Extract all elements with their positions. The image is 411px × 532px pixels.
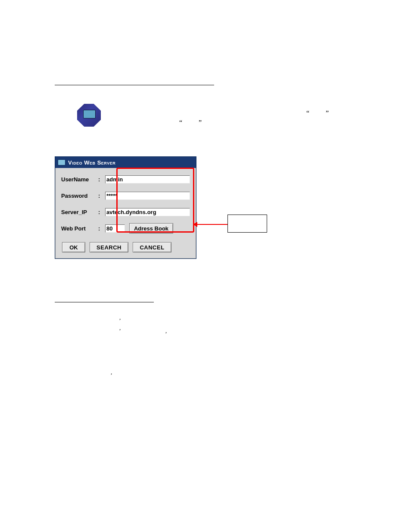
video-web-server-dialog: Video Web Server UserName : Password : S…	[55, 156, 196, 259]
webport-label: Web Port	[61, 225, 98, 232]
apostrophe-2: ,	[119, 324, 121, 331]
titlebar-icon	[58, 159, 65, 165]
password-input[interactable]	[105, 192, 190, 200]
username-label: UserName	[61, 176, 98, 183]
quote-close-1: ”	[326, 109, 329, 117]
section-rule-mid	[55, 302, 154, 302]
quote-open-1: “	[306, 109, 309, 117]
colon: :	[98, 193, 105, 199]
app-icon	[77, 104, 101, 127]
octagon-shape	[77, 104, 101, 127]
address-book-button[interactable]: Adress Book	[129, 223, 173, 233]
search-button[interactable]: SEARCH	[90, 242, 128, 252]
ok-button[interactable]: OK	[62, 242, 85, 252]
apostrophe-3: ,	[165, 327, 167, 334]
colon: :	[98, 225, 105, 232]
hostname-callout	[227, 215, 267, 233]
quote-close-2: ”	[199, 119, 202, 127]
password-label: Password	[61, 193, 98, 199]
button-row: OK SEARCH CANCEL	[61, 240, 190, 254]
colon: :	[98, 176, 105, 183]
row-serverip: Server_IP :	[61, 207, 190, 217]
apostrophe-1: ,	[119, 314, 121, 321]
dialog-body: UserName : Password : Server_IP : Web Po…	[55, 168, 196, 258]
section-rule-top	[55, 85, 214, 85]
webport-input[interactable]	[105, 224, 125, 233]
cancel-button[interactable]: CANCEL	[133, 242, 171, 252]
monitor-icon	[83, 110, 96, 118]
apostrophe-4: ,	[111, 369, 112, 376]
colon: :	[98, 209, 105, 215]
serverip-label: Server_IP	[61, 209, 98, 215]
username-input[interactable]	[105, 175, 190, 184]
serverip-input[interactable]	[105, 208, 190, 216]
dialog-title: Video Web Server	[68, 159, 115, 166]
row-username: UserName :	[61, 174, 190, 184]
row-password: Password :	[61, 190, 190, 201]
quote-open-2: “	[179, 119, 182, 127]
dialog-titlebar: Video Web Server	[55, 157, 196, 168]
row-webport: Web Port : Adress Book	[61, 223, 190, 233]
